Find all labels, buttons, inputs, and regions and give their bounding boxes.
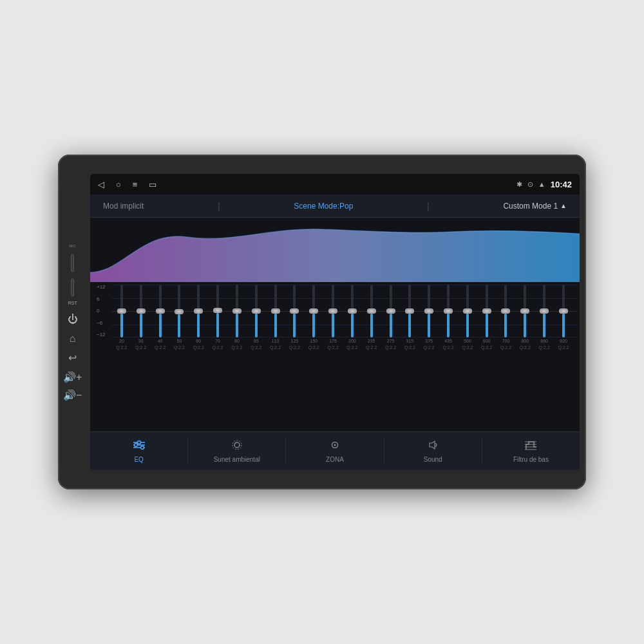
- slider-track-95[interactable]: [255, 285, 258, 337]
- slider-handle-235[interactable]: [367, 308, 376, 314]
- slider-track-235[interactable]: [370, 285, 373, 337]
- slider-handle-600[interactable]: [482, 308, 491, 314]
- scale-6: 6: [97, 297, 106, 302]
- slider-col-275: 275 Q:2.2: [381, 285, 401, 350]
- slider-freq-275: 275: [387, 339, 395, 344]
- slider-handle-60[interactable]: [194, 308, 203, 314]
- slider-fill-375: [428, 314, 430, 337]
- home-icon[interactable]: ⌂: [70, 334, 76, 344]
- tab-sound[interactable]: Sound: [384, 439, 482, 463]
- slider-handle-315[interactable]: [405, 308, 414, 314]
- slider-handle-200[interactable]: [348, 308, 357, 314]
- slider-freq-800: 800: [521, 339, 529, 344]
- nav-menu-button[interactable]: ≡: [133, 180, 138, 189]
- slider-q-30: Q:2.2: [135, 345, 146, 350]
- tab-eq-label: EQ: [134, 456, 143, 463]
- slider-track-600[interactable]: [486, 285, 488, 337]
- slider-handle-150[interactable]: [309, 308, 318, 314]
- vol-down-icon[interactable]: 🔊−: [63, 390, 82, 401]
- nav-home-button[interactable]: ○: [116, 180, 121, 189]
- slider-handle-30[interactable]: [137, 308, 146, 314]
- slider-handle-110[interactable]: [271, 308, 280, 314]
- slider-freq-860: 860: [540, 339, 548, 344]
- slider-track-700[interactable]: [504, 285, 507, 337]
- slider-track-70[interactable]: [216, 285, 219, 337]
- slider-track-275[interactable]: [390, 285, 392, 337]
- slider-track-175[interactable]: [332, 285, 334, 337]
- slider-handle-20[interactable]: [117, 308, 126, 314]
- side-button-back[interactable]: [71, 254, 74, 272]
- slider-handle-800[interactable]: [520, 308, 529, 314]
- mode-custom-dropdown[interactable]: Custom Mode 1 ▲: [503, 202, 567, 211]
- slider-track-80[interactable]: [236, 285, 238, 337]
- slider-q-150: Q:2.2: [308, 345, 319, 350]
- slider-fill-60: [197, 314, 200, 337]
- svg-point-7: [234, 442, 240, 448]
- slider-track-500[interactable]: [466, 285, 469, 337]
- slider-track-860[interactable]: [543, 285, 545, 337]
- slider-col-800: 800 Q:2.2: [515, 285, 535, 350]
- slider-handle-70[interactable]: [213, 308, 222, 313]
- tab-ambient[interactable]: Sunet ambiental: [188, 439, 285, 463]
- slider-handle-920[interactable]: [559, 308, 568, 314]
- vol-up-icon[interactable]: 🔊+: [63, 372, 82, 383]
- slider-handle-95[interactable]: [252, 308, 261, 314]
- slider-track-435[interactable]: [447, 285, 450, 337]
- slider-q-600: Q:2.2: [481, 345, 492, 350]
- mic-label: MIC: [69, 244, 76, 248]
- slider-track-60[interactable]: [197, 285, 200, 337]
- slider-col-95: 95 Q:2.2: [247, 285, 266, 350]
- slider-q-235: Q:2.2: [366, 345, 377, 350]
- mode-dropdown-arrow: ▲: [560, 202, 567, 209]
- tab-filtru[interactable]: Filtru de bas: [482, 439, 580, 463]
- slider-track-800[interactable]: [524, 285, 526, 337]
- slider-q-80: Q:2.2: [231, 345, 242, 350]
- slider-col-315: 315 Q:2.2: [400, 285, 419, 350]
- bluetooth-icon: ✱: [516, 180, 522, 189]
- slider-handle-80[interactable]: [232, 308, 242, 314]
- tab-eq[interactable]: EQ: [90, 439, 187, 463]
- slider-track-110[interactable]: [274, 285, 277, 337]
- slider-handle-500[interactable]: [463, 308, 472, 314]
- mode-bar: Mod implicit | Scene Mode:Pop | Custom M…: [90, 194, 580, 218]
- slider-track-40[interactable]: [159, 285, 162, 337]
- back-icon[interactable]: ↩: [68, 353, 77, 363]
- slider-handle-175[interactable]: [328, 308, 337, 314]
- slider-track-125[interactable]: [293, 285, 296, 337]
- mode-scene[interactable]: Scene Mode:Pop: [294, 202, 353, 211]
- slider-track-20[interactable]: [120, 285, 123, 337]
- slider-q-125: Q:2.2: [289, 345, 300, 350]
- tab-zona-label: ZONA: [326, 456, 344, 463]
- nav-buttons: ◁ ○ ≡ ▭: [98, 180, 156, 189]
- nav-back-button[interactable]: ◁: [98, 180, 104, 189]
- slider-handle-435[interactable]: [444, 308, 453, 314]
- slider-freq-600: 600: [483, 339, 491, 344]
- slider-fill-920: [562, 314, 565, 337]
- slider-track-150[interactable]: [312, 285, 315, 337]
- slider-fill-275: [390, 314, 392, 337]
- slider-q-315: Q:2.2: [404, 345, 415, 350]
- slider-col-70: 70 Q:2.2: [208, 285, 227, 350]
- slider-handle-275[interactable]: [386, 308, 395, 314]
- slider-track-920[interactable]: [562, 285, 565, 337]
- slider-handle-375[interactable]: [424, 308, 433, 314]
- slider-col-30: 30 Q:2.2: [131, 285, 151, 350]
- rst-label: RST: [68, 301, 77, 305]
- slider-track-200[interactable]: [351, 285, 354, 337]
- slider-col-150: 150 Q:2.2: [304, 285, 323, 350]
- slider-handle-125[interactable]: [290, 308, 299, 314]
- power-icon[interactable]: ⏻: [68, 314, 78, 325]
- nav-recent-button[interactable]: ▭: [149, 180, 156, 189]
- tab-zona[interactable]: ZONA: [286, 439, 383, 463]
- slider-track-50[interactable]: [178, 285, 180, 337]
- slider-track-315[interactable]: [408, 285, 411, 337]
- slider-fill-110: [274, 314, 277, 337]
- side-button-rst[interactable]: [71, 279, 74, 297]
- slider-handle-700[interactable]: [501, 308, 510, 314]
- slider-track-30[interactable]: [140, 285, 142, 337]
- slider-handle-860[interactable]: [540, 308, 549, 314]
- slider-handle-40[interactable]: [156, 308, 165, 314]
- slider-track-375[interactable]: [428, 285, 430, 337]
- mode-implicit[interactable]: Mod implicit: [103, 202, 144, 211]
- slider-handle-50[interactable]: [175, 309, 184, 314]
